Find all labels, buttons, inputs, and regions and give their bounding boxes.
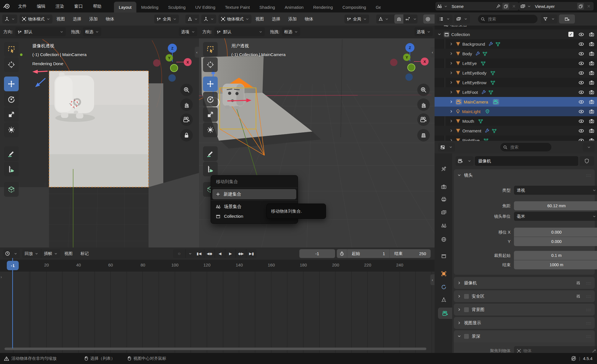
viewlayer-selector[interactable]: ViewLayer: [519, 2, 594, 10]
menu-window[interactable]: 窗口: [69, 0, 88, 12]
disable-render-icon[interactable]: [589, 71, 594, 75]
outliner-row-body[interactable]: Body: [435, 49, 597, 58]
properties-editor-type-button[interactable]: [438, 143, 455, 152]
frame-end-field[interactable]: 结束250: [390, 249, 431, 258]
disable-render-icon[interactable]: [589, 109, 594, 114]
outliner-row-maincamera[interactable]: MainCamera: [435, 97, 597, 107]
lock-view-button[interactable]: [180, 129, 193, 141]
mesh-data-icon[interactable]: [478, 119, 483, 124]
menu-file[interactable]: 文件: [13, 0, 32, 12]
menu-help[interactable]: 帮助: [88, 0, 107, 12]
editor-type-button[interactable]: [2, 14, 17, 24]
current-frame-field[interactable]: -1: [299, 249, 335, 258]
transform-orientation-dropdown[interactable]: 全局: [344, 14, 369, 24]
options-dropdown[interactable]: 选项: [179, 27, 197, 36]
menu-add[interactable]: 添加: [284, 16, 301, 22]
modifier-wrench-icon[interactable]: [488, 42, 493, 46]
viewport-camera[interactable]: 物体模式 视图 选择 添加 物体 全局 方向: 默认 拖拽: 框选 选项: [0, 12, 199, 247]
menu-marker[interactable]: 标记: [77, 251, 93, 256]
pin-icon[interactable]: [496, 4, 501, 9]
next-keyframe-button[interactable]: ◆▶: [236, 249, 246, 258]
mesh-data-icon[interactable]: [484, 138, 488, 141]
workspace-tab-rendering[interactable]: Rendering: [308, 2, 338, 12]
axis-neg-x-handle[interactable]: [153, 59, 160, 67]
hide-eye-icon[interactable]: [579, 129, 584, 133]
transform-orientation-dropdown[interactable]: 全局: [154, 14, 179, 24]
disable-render-icon[interactable]: [589, 80, 594, 85]
shift-y-field[interactable]: 0.000: [514, 237, 597, 246]
dof-checkbox[interactable]: [464, 334, 469, 339]
drag-mode-dropdown[interactable]: 框选: [282, 27, 300, 36]
drag-dots-icon[interactable]: ::::: [586, 281, 591, 285]
sidebar-toggle[interactable]: ‹: [430, 47, 435, 58]
hide-eye-icon[interactable]: [579, 100, 584, 104]
mesh-data-icon[interactable]: [482, 51, 487, 56]
tool-measure[interactable]: [203, 162, 218, 176]
drag-dots-icon[interactable]: ::::: [586, 321, 591, 325]
menu-object[interactable]: 物体: [301, 16, 317, 22]
pivot-point-dropdown[interactable]: [185, 14, 199, 24]
axis-neg-y-handle[interactable]: [170, 64, 178, 72]
background-images-panel-header[interactable]: 背景图 ::::: [454, 304, 595, 316]
scene-name[interactable]: Scene: [449, 4, 494, 9]
tool-add-cube[interactable]: [4, 182, 19, 197]
disable-render-icon[interactable]: [589, 138, 594, 141]
disable-render-icon[interactable]: [589, 42, 594, 46]
tool-measure[interactable]: [4, 162, 19, 176]
tab-world[interactable]: [437, 234, 450, 245]
chevron-right-icon[interactable]: [449, 61, 453, 65]
disable-render-icon[interactable]: [589, 51, 594, 56]
orientation-value-dropdown[interactable]: 默认: [15, 27, 66, 36]
chevron-right-icon[interactable]: [449, 42, 453, 46]
drag-dots-icon[interactable]: ::::: [586, 334, 591, 338]
clip-start-field[interactable]: 0.1 m: [514, 251, 597, 260]
display-mode-dropdown[interactable]: [437, 14, 452, 24]
chevron-right-icon[interactable]: [449, 71, 453, 75]
tab-tool[interactable]: [437, 163, 450, 174]
filter-id-dropdown[interactable]: [454, 14, 470, 24]
outliner-row-righteye[interactable]: RightEye: [435, 136, 597, 141]
outliner-row-lefteyebrow[interactable]: LeftEyeBrow: [435, 78, 597, 87]
scene-selector[interactable]: Scene: [435, 2, 519, 10]
outliner-row-background[interactable]: Background: [435, 39, 597, 49]
zoom-button[interactable]: [180, 84, 193, 96]
modifier-wrench-icon[interactable]: [481, 90, 486, 95]
menu-select[interactable]: 选择: [69, 16, 85, 22]
hide-eye-icon[interactable]: [579, 52, 584, 56]
workspace-tab-geometrynodes[interactable]: Geometry Nodes: [371, 2, 381, 12]
chevron-right-icon[interactable]: [449, 109, 453, 113]
workspace-tab-sculpting[interactable]: Sculpting: [163, 2, 190, 12]
menu-view[interactable]: 视图: [60, 251, 77, 256]
axis-z-handle[interactable]: Z: [405, 43, 414, 52]
copy-viewlayer-icon[interactable]: [577, 3, 584, 10]
chevron-right-icon[interactable]: [449, 90, 453, 94]
outliner-row-ornament[interactable]: Ornament: [435, 126, 597, 136]
mesh-data-icon[interactable]: [490, 80, 495, 85]
id-name-field[interactable]: 摄像机: [475, 156, 578, 166]
orientation-value-dropdown[interactable]: 默认: [214, 27, 265, 36]
hide-eye-icon[interactable]: [579, 110, 584, 113]
tool-transform[interactable]: [4, 122, 19, 137]
outliner-row-mainlight[interactable]: MainLight: [435, 107, 597, 116]
chevron-down-icon[interactable]: [437, 32, 441, 36]
playhead-line[interactable]: [12, 258, 13, 348]
menu-keying[interactable]: 插帧: [41, 249, 60, 258]
viewlayer-name[interactable]: ViewLayer: [533, 4, 575, 9]
disable-render-icon[interactable]: [589, 32, 594, 37]
tab-collection[interactable]: [437, 250, 450, 262]
close-scene-icon[interactable]: [511, 4, 517, 8]
menu-view[interactable]: 视图: [251, 16, 268, 22]
tab-object[interactable]: [437, 268, 450, 279]
presets-icon[interactable]: [576, 294, 581, 299]
hide-eye-icon[interactable]: [579, 81, 584, 84]
workspace-tab-layout[interactable]: Layout: [114, 2, 136, 12]
menu-object[interactable]: 物体: [102, 16, 118, 22]
disable-render-icon[interactable]: [589, 90, 594, 94]
lens-type-dropdown[interactable]: 透视: [514, 186, 597, 195]
axis-y-handle[interactable]: Y: [403, 54, 410, 61]
chevron-right-icon[interactable]: [449, 138, 453, 141]
axis-neg-x-handle[interactable]: [390, 59, 397, 66]
menu-item-new-collection[interactable]: 新建集合: [212, 189, 296, 199]
mesh-data-icon[interactable]: [481, 61, 486, 66]
disable-render-icon[interactable]: [589, 128, 594, 133]
